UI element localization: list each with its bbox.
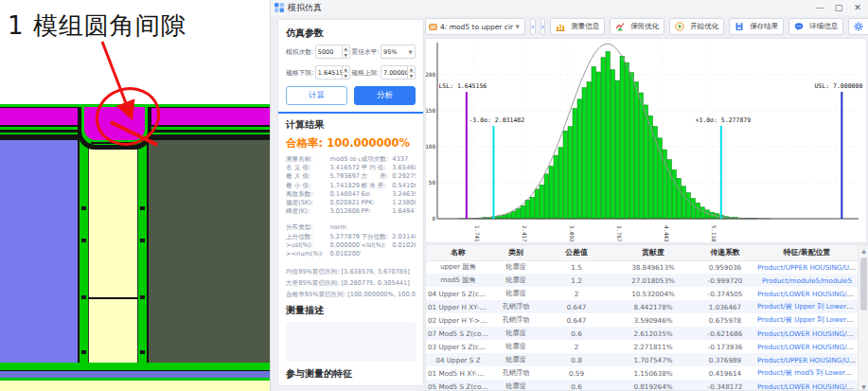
cad-gutter-right — [138, 138, 147, 363]
table-cell: 0.675978 — [695, 313, 755, 327]
settings-button[interactable]: 设置 — [848, 18, 868, 35]
table-row[interactable]: 01 Upper H XY->01 U...孔销浮动0.6478.442178%… — [426, 300, 859, 313]
scrollbar-thumb[interactable] — [860, 258, 867, 311]
stat-label: 峰度(K): — [286, 207, 330, 216]
sim-count-stepper[interactable]: ▲▼ — [342, 45, 349, 58]
measure-info-button[interactable]: 测量信息 — [550, 18, 605, 35]
stat-label: 偏度(SK): — [286, 199, 330, 207]
table-header[interactable]: 贡献度 — [611, 245, 695, 260]
table-cell: 1.150638% — [611, 366, 695, 380]
table-cell: 0.959036 — [695, 260, 755, 274]
x-tick-label: 5.118384 — [711, 225, 717, 242]
scroll-up-icon[interactable]: ▲ — [859, 245, 868, 256]
histogram-bar — [644, 105, 647, 219]
histogram-bar — [587, 82, 591, 219]
spec-lower-stepper[interactable]: ▲▼ — [342, 66, 349, 79]
analyze-button[interactable]: 分析 — [354, 86, 416, 105]
sim-count-input[interactable]: 5000▲▼ — [315, 44, 350, 59]
keep-optimize-button[interactable]: 保留优化 — [610, 18, 664, 35]
stat-value — [392, 223, 416, 232]
step-up-icon[interactable]: ▲ — [408, 66, 415, 73]
table-cell: Product/module5/module5 — [755, 274, 859, 287]
histogram-chart[interactable]: 0501001502001.7418292.4171403.0924513.76… — [426, 39, 866, 242]
step-up-icon[interactable]: ▲ — [343, 45, 349, 52]
feature-location-link[interactable]: Product/被 mod5 到 LowerHousing — [757, 368, 859, 377]
table-cell: Product/UPPER HOUSING/UPPER HO... — [755, 260, 859, 274]
stat-label: 成功次数: — [361, 155, 392, 164]
spec-upper-label: 规格上限: — [351, 68, 379, 78]
cad-viewport[interactable]: 1 模组圆角间隙 — [0, 0, 270, 391]
scroll-down-icon[interactable]: ▼ — [859, 382, 868, 391]
detail-info-button[interactable]: 详细信息 — [788, 18, 843, 35]
analysis-panel: 4: mod5 to upper cir ▼ ‹ › 测量信息保留优化开始优化保… — [425, 15, 868, 391]
screen: 1 模组圆角间隙 模拟仿真 — □ ✕ 仿真参数 模拟次数:5000▲▼置信水平… — [0, 0, 868, 391]
prev-measurement-button[interactable]: ‹ — [530, 18, 536, 35]
table-row[interactable]: mod5 圆角轮廓度1.227.018053%-0.999720Product/… — [426, 274, 859, 287]
feature-location-link[interactable]: Product/LOWER HOUSING/LOWER H... — [757, 329, 859, 338]
results-section-title: 计算结果 — [286, 118, 416, 132]
step-down-icon[interactable]: ▼ — [343, 52, 349, 58]
spec-upper-input[interactable]: 7.000000▲▼ — [381, 65, 416, 80]
histogram-bar — [606, 52, 610, 219]
feature-location-link[interactable]: Product/UPPER HOUSING/UPPER HO... — [757, 263, 859, 272]
feature-location-link[interactable]: Product/LOWER HOUSING/LOWER H... — [757, 382, 859, 391]
save-result-button[interactable]: 保存结果 — [729, 18, 784, 35]
y-tick-label: 100 — [426, 143, 435, 150]
stat-value: 0.000000% — [330, 241, 362, 250]
table-row[interactable]: 07 Mod5 S Z(copy)轮廓度0.62.612035%-0.62168… — [426, 327, 859, 340]
simulation-window: 模拟仿真 — □ ✕ 仿真参数 模拟次数:5000▲▼置信水平:95%▼规格下限… — [270, 0, 868, 391]
cad-detail-tick — [140, 295, 145, 299]
table-row[interactable]: upper 圆角轮廓度1.538.849613%0.959036Product/… — [426, 260, 859, 274]
measurement-select[interactable]: 4: mod5 to upper cir ▼ — [425, 18, 525, 35]
histogram-bar — [521, 205, 524, 219]
calculate-button[interactable]: 计算 — [286, 86, 347, 105]
feature-location-link[interactable]: Product/LOWER HOUSING/LOWER H... — [757, 343, 859, 351]
table-header[interactable]: 类别 — [490, 245, 541, 260]
table-scrollbar[interactable]: ▲ ▼ — [858, 245, 868, 391]
table-header[interactable]: 传递系数 — [695, 245, 755, 260]
keep-optimize-icon — [615, 22, 628, 31]
table-row[interactable]: 05 Mod5 S Z(copy)轮廓度0.60.819264%-0.34817… — [426, 380, 859, 391]
minimize-button[interactable]: — — [810, 0, 829, 15]
spec-upper-stepper[interactable]: ▲▼ — [407, 66, 415, 79]
settings-icon — [854, 22, 866, 31]
table-header[interactable]: 公差值 — [541, 245, 611, 260]
cad-detail-tick — [140, 239, 145, 242]
stat-value: 1.238003 — [392, 199, 416, 207]
feature-location-link[interactable]: Product/LOWER HOUSING/LOWER H... — [757, 290, 859, 298]
stat-row: 离散系数:0.1480476σ:3.246397 — [286, 190, 416, 199]
feature-location-link[interactable]: Product/被 Upper 到 LowerHousing — [757, 302, 859, 311]
feature-location-link[interactable]: Product/UPPER HOUSING/UPPER HO... — [757, 356, 859, 364]
table-header[interactable]: 特征/装配位置 — [755, 245, 859, 260]
histogram-bar — [563, 131, 567, 219]
confidence-level-select[interactable]: 95%▼ — [381, 44, 416, 59]
stat-label: 最 大 值: — [286, 172, 330, 181]
spec-lower-input[interactable]: 1.645156▲▼ — [315, 65, 350, 80]
stat-row: 最 大 值:5.793697方 差:0.292753 — [286, 172, 416, 181]
step-down-icon[interactable]: ▼ — [408, 73, 415, 79]
cad-fillet-zipper-line — [91, 142, 138, 144]
table-row[interactable]: 03 Upper S Z(copy)轮廓度22.271811%-0.173936… — [426, 340, 859, 353]
table-cell: -0.374505 — [695, 287, 755, 300]
step-down-icon[interactable]: ▼ — [343, 73, 349, 79]
table-row[interactable]: 02 Upper H Y->02 Up...孔销浮动0.6473.590946%… — [426, 313, 859, 327]
close-button[interactable]: ✕ — [848, 0, 867, 15]
step-up-icon[interactable]: ▲ — [343, 66, 349, 73]
histogram-bar — [672, 169, 676, 219]
cad-fillet-gap-magenta — [84, 107, 145, 140]
table-row[interactable]: 01 Mod5 H XY->01 M...孔销浮动0.591.150638%0.… — [426, 366, 859, 380]
table-cell: 0.647 — [541, 313, 611, 327]
table-row[interactable]: 04 Upper S Z轮廓度0.81.707547%0.376989Produ… — [426, 353, 859, 366]
measure-info-icon — [556, 22, 568, 31]
maximize-button[interactable]: □ — [829, 0, 848, 15]
histogram-bar — [658, 138, 662, 219]
table-header[interactable]: 名称 — [426, 245, 490, 260]
feature-location-link[interactable]: Product/被 Upper 到 LowerHousing — [757, 315, 859, 324]
measure-description-input[interactable] — [286, 322, 416, 362]
table-row[interactable]: 04 Upper S Z(copy)轮廓度210.532004%-0.37450… — [426, 287, 859, 300]
measure-desc-title: 测量描述 — [286, 304, 416, 317]
sim-count-label: 模拟次数: — [286, 47, 313, 57]
feature-location-link[interactable]: Product/module5/module5 — [762, 276, 852, 285]
table-cell: 02 Upper H Y->02 Up... — [426, 313, 490, 327]
start-optimize-button[interactable]: 开始优化 — [669, 18, 724, 35]
